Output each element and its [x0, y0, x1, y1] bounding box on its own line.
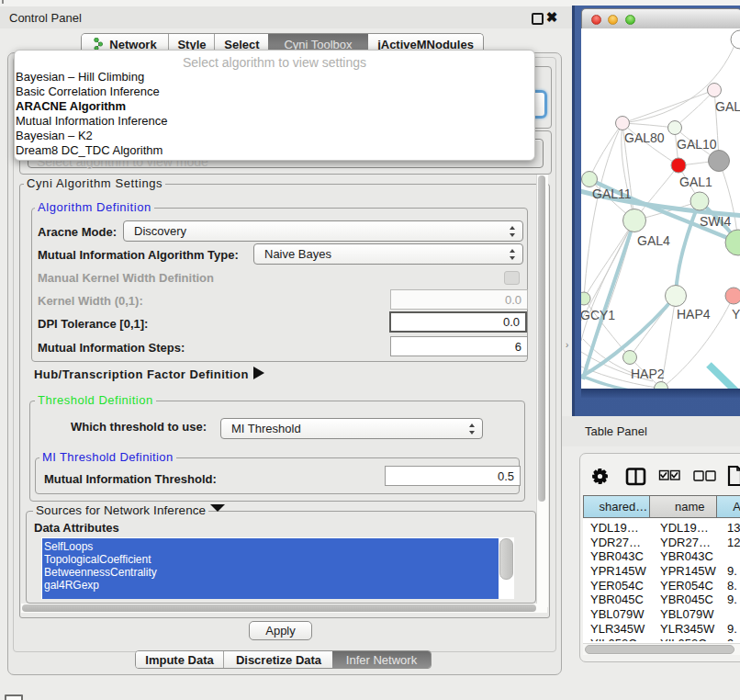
svg-text:HAP2: HAP2: [631, 367, 665, 381]
svg-text:HAP4: HAP4: [677, 307, 711, 322]
svg-text:GAL1: GAL1: [679, 175, 712, 189]
svg-text:SWI4: SWI4: [700, 214, 731, 229]
svg-text:GAL4: GAL4: [637, 233, 670, 248]
svg-text:Y: Y: [732, 307, 740, 322]
svg-text:GAL10: GAL10: [677, 137, 717, 152]
svg-text:GCY1: GCY1: [581, 308, 615, 322]
svg-text:GAL7: GAL7: [715, 99, 740, 114]
svg-text:GAL11: GAL11: [592, 186, 632, 201]
svg-text:GAL80: GAL80: [624, 130, 665, 145]
